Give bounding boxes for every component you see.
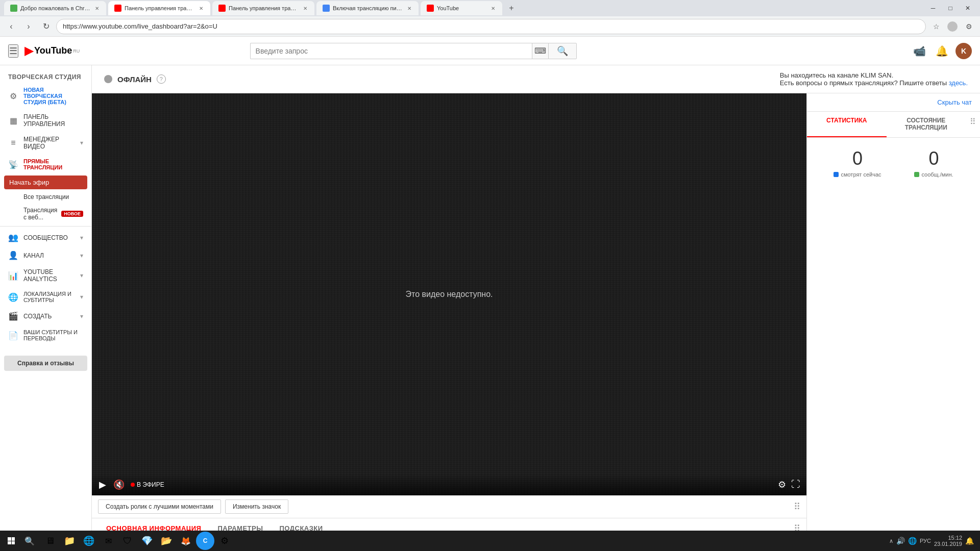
back-button[interactable]: ‹ [4, 19, 18, 34]
live-dot [131, 483, 135, 487]
browser-actions: ☆ ⚙ [929, 19, 976, 34]
create-arrow: ▾ [80, 313, 83, 320]
change-icon-button[interactable]: Изменить значок [225, 499, 288, 514]
sidebar-sub-all-streams[interactable]: Все трансляции [0, 190, 91, 204]
analytics-arrow: ▾ [80, 272, 83, 279]
taskbar-app-gem[interactable]: 💎 [138, 532, 156, 550]
sidebar-sub-webcam-streams[interactable]: Трансляция с веб... НОВОЕ [0, 204, 91, 224]
taskbar-app-ie[interactable]: 🌐 [80, 532, 98, 550]
taskbar-clock[interactable]: 15:12 23.01.2019 [934, 535, 962, 547]
bookmark-button[interactable]: ☆ [929, 19, 943, 34]
forward-button[interactable]: › [21, 19, 36, 34]
profile-button[interactable] [945, 19, 960, 34]
tab-5-favicon [427, 5, 434, 12]
tab-2-close[interactable]: ✕ [198, 5, 204, 12]
live-indicator: В ЭФИРЕ [131, 481, 164, 488]
localization-icon: 🌐 [8, 292, 18, 302]
tab-3[interactable]: Панель управления трансляц... ✕ [212, 1, 314, 15]
tab-4-favicon [323, 5, 330, 12]
hide-chat-button[interactable]: Скрыть чат [937, 98, 972, 106]
camera-icon[interactable]: 📹 [911, 42, 929, 60]
messages-stat: 0 сообщ./мин. [914, 148, 953, 178]
tab-5[interactable]: YouTube ✕ [421, 1, 502, 15]
notifications-icon[interactable]: 🔔 [933, 42, 951, 60]
tab-1[interactable]: Добро пожаловать в Chrome! ✕ [4, 1, 106, 15]
minimize-button[interactable]: ─ [925, 3, 941, 13]
taskbar-tray-volume[interactable]: 🌐 [908, 537, 917, 545]
fullscreen-button[interactable]: ⛶ [791, 479, 800, 490]
mute-button[interactable]: 🔇 [112, 478, 126, 491]
play-button[interactable]: ▶ [98, 478, 107, 491]
sidebar-sub-start-live[interactable]: Начать эфир [4, 176, 87, 189]
maximize-button[interactable]: □ [942, 3, 959, 13]
status-text: ОФЛАЙН [117, 75, 152, 84]
window-controls: ─ □ ✕ [925, 3, 976, 13]
tab-4[interactable]: Включая трансляцию пишет э... ✕ [316, 1, 419, 15]
browser-titlebar: Добро пожаловать в Chrome! ✕ Панель упра… [0, 0, 980, 16]
sidebar-section-title: ТВОРЧЕСКАЯ СТУДИЯ [0, 69, 91, 83]
live-icon: 📡 [8, 160, 18, 169]
menu-icon[interactable]: ☰ [8, 44, 18, 58]
taskbar: 🔍 🖥 📁 🌐 ✉ 🛡 💎 📂 🦊 C ⚙ ∧ 🔊 🌐 РУС 15:12 23… [0, 531, 980, 551]
tab-2-favicon [114, 5, 121, 12]
sidebar-item-live[interactable]: 📡 ПРЯМЫЕ ТРАНСЛЯЦИИ [0, 154, 91, 174]
tab-5-close[interactable]: ✕ [490, 5, 496, 12]
keyboard-icon[interactable]: ⌨ [532, 43, 548, 59]
sidebar-item-create[interactable]: 🎬 СОЗДАТЬ ▾ [0, 307, 91, 325]
create-highlight-button[interactable]: Создать ролик с лучшими моментами [98, 499, 221, 514]
sidebar-item-video-manager[interactable]: ≡ МЕНЕДЖЕР ВИДЕО ▾ [0, 132, 91, 154]
start-button[interactable] [2, 532, 20, 550]
close-button[interactable]: ✕ [960, 3, 976, 13]
taskbar-app-folder[interactable]: 📂 [157, 532, 176, 550]
taskbar-lang[interactable]: РУС [920, 538, 931, 544]
tab-2[interactable]: Панель управления трансляц... ✕ [108, 1, 210, 15]
sidebar-item-localization[interactable]: 🌐 ЛОКАЛИЗАЦИЯ И СУБТИТРЫ ▾ [0, 287, 91, 307]
yt-logo[interactable]: ▶ YouTube RU [24, 44, 80, 58]
taskbar-app-explorer[interactable]: 🖥 [41, 532, 59, 550]
settings-button[interactable]: ⚙ [778, 479, 786, 490]
address-bar[interactable]: https://www.youtube.com/live_dashboard?a… [56, 19, 926, 34]
stats-tab-statistics[interactable]: СТАТИСТИКА [807, 112, 887, 137]
sidebar-item-create-label: СОЗДАТЬ [23, 313, 75, 320]
status-channel-text: Вы находитесь на канале KLIM SAN. [780, 71, 893, 79]
reload-button[interactable]: ↻ [39, 19, 53, 34]
sidebar-item-dashboard-label: ПАНЕЛЬ УПРАВЛЕНИЯ [23, 113, 83, 128]
sidebar-item-new-studio[interactable]: ⚙ НОВАЯ ТВОРЧЕСКАЯ СТУДИЯ (БЕТА) [0, 83, 91, 109]
viewers-label: смотрят сейчас [841, 171, 881, 178]
search-input[interactable] [250, 43, 532, 59]
status-help-icon[interactable]: ? [157, 74, 166, 84]
tab-1-favicon [10, 5, 17, 12]
status-link[interactable]: здесь. [949, 79, 968, 87]
tab-4-label: Включая трансляцию пишет э... [333, 5, 403, 11]
extensions-button[interactable]: ⚙ [962, 19, 976, 34]
channel-icon: 👤 [8, 251, 18, 260]
user-avatar[interactable]: K [955, 43, 972, 59]
taskbar-app-settings[interactable]: ⚙ [215, 532, 234, 550]
chat-header: Скрыть чат [807, 93, 980, 112]
taskbar-tray-network[interactable]: 🔊 [896, 537, 905, 545]
stats-drag-handle: ⠿ [966, 112, 980, 137]
taskbar-app-files[interactable]: 📁 [60, 532, 79, 550]
taskbar-tray-arrow[interactable]: ∧ [889, 538, 893, 544]
tab-3-close[interactable]: ✕ [302, 5, 308, 12]
sidebar-item-subtitles[interactable]: 📄 ВАШИ СУБТИТРЫ И ПЕРЕВОДЫ [0, 325, 91, 345]
taskbar-search-button[interactable]: 🔍 [20, 532, 39, 550]
taskbar-app-shield[interactable]: 🛡 [118, 532, 137, 550]
all-streams-label: Все трансляции [23, 193, 69, 201]
stats-tab-stream-status[interactable]: СОСТОЯНИЕ ТРАНСЛЯЦИИ [887, 112, 966, 137]
tab-4-close[interactable]: ✕ [406, 5, 412, 12]
taskbar-notification-btn[interactable]: 🔔 [965, 537, 974, 545]
taskbar-app-chrome[interactable]: C [196, 532, 214, 550]
sidebar-item-analytics[interactable]: 📊 YOUTUBE ANALYTICS ▾ [0, 264, 91, 287]
live-label: В ЭФИРЕ [137, 481, 164, 488]
sidebar-item-community[interactable]: 👥 СООБЩЕСТВО ▾ [0, 229, 91, 246]
new-tab-button[interactable]: + [504, 1, 519, 15]
taskbar-app-mail[interactable]: ✉ [99, 532, 117, 550]
taskbar-time: 15:12 [934, 535, 962, 541]
search-button[interactable]: 🔍 [548, 43, 577, 59]
sidebar-item-dashboard[interactable]: ▦ ПАНЕЛЬ УПРАВЛЕНИЯ [0, 109, 91, 132]
help-feedback-button[interactable]: Справка и отзывы [4, 356, 87, 371]
taskbar-app-fox[interactable]: 🦊 [177, 532, 195, 550]
sidebar-item-channel[interactable]: 👤 КАНАЛ ▾ [0, 246, 91, 264]
tab-1-close[interactable]: ✕ [94, 5, 100, 12]
